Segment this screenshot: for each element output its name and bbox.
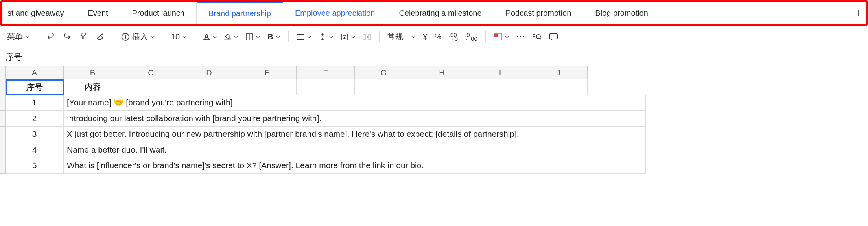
borders-button[interactable] <box>242 29 264 44</box>
cell-content[interactable]: Introducing our latest collaboration wit… <box>64 111 646 127</box>
tab-celebrating-milestone[interactable]: Celebrating a milestone <box>387 2 494 24</box>
row-header[interactable] <box>0 158 6 174</box>
grid-format-icon <box>494 33 502 41</box>
tab-employee-appreciation[interactable]: Employee appreciation <box>283 2 387 24</box>
separator <box>38 31 38 42</box>
wrap-text-button[interactable] <box>337 29 359 44</box>
cell[interactable] <box>471 79 529 95</box>
redo-button[interactable] <box>59 29 75 44</box>
chevron-down-icon <box>212 35 217 39</box>
col-header-a[interactable]: A <box>6 66 64 79</box>
cell[interactable] <box>122 79 180 95</box>
col-header-g[interactable]: G <box>355 66 413 79</box>
clear-format-button[interactable] <box>92 29 108 44</box>
increase-decimal-icon: .00→0 <box>449 33 458 41</box>
fill-color-swatch <box>224 39 231 40</box>
cell-num[interactable]: 5 <box>6 158 64 174</box>
add-sheet-button[interactable] <box>850 2 866 24</box>
tab-brand-partnership[interactable]: Brand partnership <box>197 2 283 24</box>
decrease-decimal-button[interactable]: .0←00 <box>462 29 481 44</box>
separator <box>288 31 289 42</box>
fill-color-button[interactable] <box>221 29 241 44</box>
cell[interactable] <box>355 79 413 95</box>
cell[interactable] <box>413 79 471 95</box>
align-vertical-button[interactable] <box>315 29 337 44</box>
increase-decimal-button[interactable]: .00→0 <box>446 29 461 44</box>
number-format-select[interactable]: 常规 <box>384 29 419 44</box>
sheet-tabs: st and giveaway Event Product launch Bra… <box>2 2 850 24</box>
align-horizontal-button[interactable] <box>293 29 315 44</box>
undo-button[interactable] <box>43 29 59 44</box>
chevron-down-icon <box>256 35 260 39</box>
select-all-corner[interactable] <box>0 66 6 79</box>
comment-button[interactable] <box>545 29 561 44</box>
font-color-swatch <box>203 39 210 40</box>
insert-label: 插入 <box>132 31 148 42</box>
toolbar: 菜单 插入 10 A <box>0 26 868 48</box>
plus-icon <box>854 9 862 17</box>
cell-content[interactable]: What is [influencer's or brand's name]'s… <box>64 158 646 174</box>
cell-content[interactable]: X just got better. Introducing our new p… <box>64 127 646 142</box>
cell-content[interactable]: [Your name] 🤝 [brand you're partnering w… <box>64 95 646 111</box>
merge-icon <box>363 33 371 41</box>
separator <box>163 31 163 42</box>
svg-rect-5 <box>494 34 498 37</box>
tab-podcast-promotion[interactable]: Podcast promotion <box>494 2 584 24</box>
format-painter-button[interactable] <box>76 29 92 44</box>
sheet-tabbar: st and giveaway Event Product launch Bra… <box>0 0 868 26</box>
font-size-select[interactable]: 10 <box>168 29 190 44</box>
conditional-format-button[interactable] <box>490 29 512 44</box>
col-header-f[interactable]: F <box>297 66 355 79</box>
cell[interactable] <box>529 79 588 95</box>
bold-button[interactable]: B <box>264 29 283 44</box>
formula-bar[interactable]: 序号 <box>0 48 868 66</box>
cell[interactable] <box>238 79 297 95</box>
more-button[interactable]: ··· <box>513 29 529 44</box>
cell-content[interactable]: Name a better duo. I'll wait. <box>64 142 646 158</box>
separator <box>195 31 195 42</box>
search-list-icon <box>532 33 542 41</box>
menu-button[interactable]: 菜单 <box>4 29 33 44</box>
find-button[interactable] <box>529 29 545 44</box>
insert-button[interactable]: 插入 <box>118 29 158 44</box>
svg-rect-2 <box>363 34 365 40</box>
currency-button[interactable]: ¥ <box>420 29 431 44</box>
tab-label: Product launch <box>132 9 184 18</box>
col-header-c[interactable]: C <box>122 66 180 79</box>
col-header-i[interactable]: I <box>471 66 529 79</box>
borders-icon <box>245 33 253 41</box>
formula-bar-value: 序号 <box>6 51 22 62</box>
cell-num[interactable]: 4 <box>6 142 64 158</box>
cell-a-header[interactable]: 序号 <box>6 79 64 95</box>
tab-giveaway[interactable]: st and giveaway <box>2 2 76 24</box>
cell-num[interactable]: 3 <box>6 127 64 142</box>
row-header[interactable] <box>0 142 6 158</box>
merge-cells-button[interactable] <box>359 29 374 44</box>
row-header[interactable] <box>0 95 6 111</box>
chevron-down-icon <box>182 35 187 39</box>
cell[interactable] <box>180 79 238 95</box>
chevron-down-icon <box>329 35 334 39</box>
percent-button[interactable]: % <box>431 29 445 44</box>
cell-b-header[interactable]: 内容 <box>64 79 122 95</box>
col-header-b[interactable]: B <box>64 66 122 79</box>
font-color-button[interactable]: A <box>200 29 220 44</box>
cell-num[interactable]: 2 <box>6 111 64 127</box>
wrap-icon <box>341 33 348 41</box>
cell-num[interactable]: 1 <box>6 95 64 111</box>
separator <box>113 31 113 42</box>
col-header-e[interactable]: E <box>238 66 297 79</box>
row-header[interactable] <box>0 111 6 127</box>
col-header-h[interactable]: H <box>413 66 471 79</box>
row-header[interactable] <box>0 79 6 95</box>
tab-blog-promotion[interactable]: Blog promotion <box>583 2 660 24</box>
percent-glyph: % <box>435 32 442 41</box>
cell[interactable] <box>297 79 355 95</box>
tab-product-launch[interactable]: Product launch <box>120 2 197 24</box>
bold-glyph: B <box>267 32 273 41</box>
col-header-j[interactable]: J <box>529 66 588 79</box>
currency-glyph: ¥ <box>423 32 428 42</box>
col-header-d[interactable]: D <box>180 66 238 79</box>
tab-event[interactable]: Event <box>76 2 120 24</box>
row-header[interactable] <box>0 127 6 142</box>
